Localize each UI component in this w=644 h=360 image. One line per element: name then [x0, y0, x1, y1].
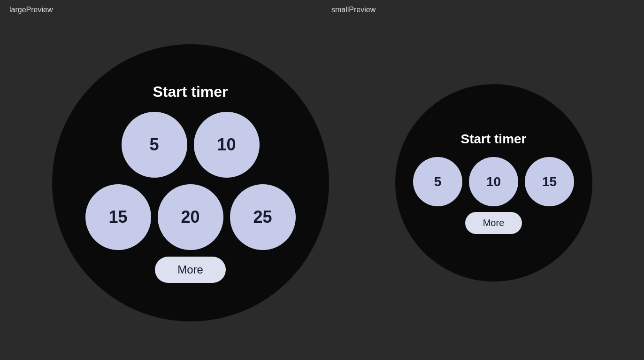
small-preview-label: smallPreview: [331, 6, 635, 14]
large-timer-row-2: 15 20 25: [85, 184, 296, 250]
large-more-row: More: [155, 257, 226, 283]
previews-container: Start timer 5 10 15 20 25 More Start tim…: [0, 20, 644, 360]
large-timer-btn-10[interactable]: 10: [194, 112, 260, 178]
small-watch-title: Start timer: [460, 132, 526, 147]
small-watch: Start timer 5 10 15 More: [395, 84, 592, 282]
large-watch-title: Start timer: [153, 83, 228, 101]
large-more-button[interactable]: More: [155, 257, 226, 283]
small-more-button[interactable]: More: [465, 212, 522, 234]
small-timer-btn-15[interactable]: 15: [525, 157, 574, 206]
large-timer-btn-20[interactable]: 20: [158, 184, 223, 250]
large-preview-label: largePreview: [9, 6, 331, 14]
large-timer-btn-5[interactable]: 5: [122, 112, 187, 178]
large-watch: Start timer 5 10 15 20 25 More: [52, 44, 329, 321]
large-timer-row-1: 5 10: [122, 112, 260, 178]
large-timer-btn-15[interactable]: 15: [85, 184, 151, 250]
small-more-row: More: [465, 212, 522, 234]
small-timer-grid: 5 10 15 More: [413, 157, 574, 234]
large-timer-btn-25[interactable]: 25: [230, 184, 296, 250]
large-timer-grid: 5 10 15 20 25 More: [85, 112, 296, 283]
small-timer-btn-10[interactable]: 10: [469, 157, 518, 206]
small-timer-btn-5[interactable]: 5: [413, 157, 462, 206]
small-timer-row-1: 5 10 15: [413, 157, 574, 206]
